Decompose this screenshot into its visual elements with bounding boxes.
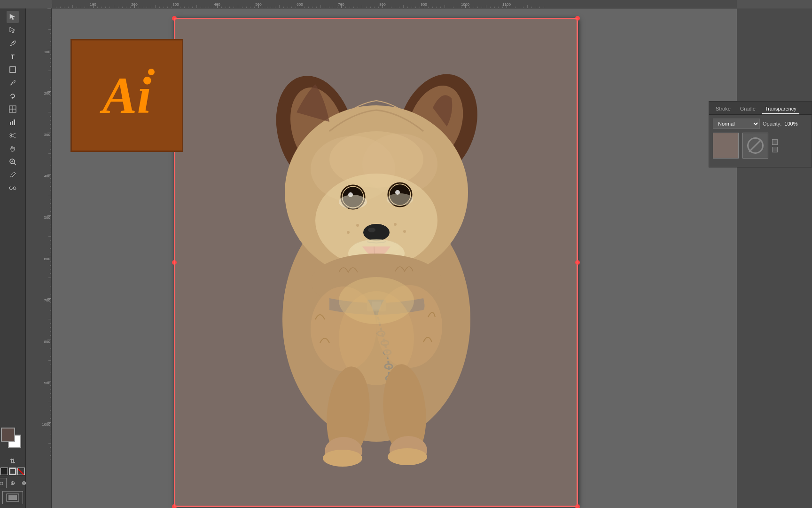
svg-point-64 xyxy=(323,450,362,467)
svg-point-44 xyxy=(363,224,390,241)
blend-mode-dropdown[interactable]: NormalMultiplyScreenOverlayDarkenLighten… xyxy=(713,119,760,129)
panel-tab-bar: Stroke Gradie Transparency xyxy=(709,102,812,115)
artboard-tool-bottom[interactable] xyxy=(2,491,23,504)
svg-point-41 xyxy=(347,231,350,234)
pencil-tool[interactable] xyxy=(7,77,19,89)
ai-logo-text: Ai xyxy=(102,66,151,126)
ai-logo-dot xyxy=(148,69,155,75)
invert-checkbox[interactable] xyxy=(772,147,778,152)
svg-point-38 xyxy=(339,195,367,209)
svg-line-13 xyxy=(14,163,16,165)
zoom-in-icon[interactable]: ⊕ xyxy=(8,478,18,488)
opacity-label: Opacity: xyxy=(763,121,781,127)
color-swatches xyxy=(1,428,24,453)
selection-tool[interactable] xyxy=(7,11,19,23)
canvas-area[interactable]: Ai xyxy=(52,8,737,508)
right-panel xyxy=(737,8,812,508)
rotate-tool[interactable] xyxy=(7,90,19,102)
eyedropper-tool[interactable] xyxy=(7,169,19,181)
none-box[interactable] xyxy=(17,468,25,475)
svg-point-45 xyxy=(368,228,375,232)
blend-mode-row: NormalMultiplyScreenOverlayDarkenLighten… xyxy=(713,119,808,129)
swap-colors[interactable]: ⇅ xyxy=(8,456,17,466)
handle-mr[interactable] xyxy=(575,260,580,265)
svg-point-0 xyxy=(13,41,15,43)
svg-point-8 xyxy=(10,134,12,135)
svg-rect-6 xyxy=(12,121,13,125)
top-ruler: 10020030040050060070080090010001100 xyxy=(52,0,737,8)
direct-selection-tool[interactable] xyxy=(7,24,19,36)
zoom-tool[interactable] xyxy=(7,156,19,168)
handle-br[interactable] xyxy=(575,504,580,508)
gradient-tab[interactable]: Gradie xyxy=(737,104,758,114)
transparency-panel: Stroke Gradie Transparency NormalMultipl… xyxy=(709,101,812,167)
opacity-value: 100% xyxy=(784,121,797,127)
layer-thumbnail[interactable] xyxy=(713,133,739,159)
svg-point-9 xyxy=(10,135,12,137)
left-toolbar: T xyxy=(0,8,26,508)
rectangle-tool[interactable] xyxy=(7,64,19,76)
no-mask-icon xyxy=(747,137,764,154)
clip-checkbox[interactable] xyxy=(772,139,778,145)
artboard[interactable] xyxy=(174,18,578,507)
v-ruler: 1002003004005006007008009001000 xyxy=(26,8,52,508)
type-tool[interactable]: T xyxy=(7,50,19,63)
chart-tool[interactable] xyxy=(7,116,19,128)
svg-point-65 xyxy=(388,448,427,465)
fill-box[interactable] xyxy=(0,468,8,475)
panel-body: NormalMultiplyScreenOverlayDarkenLighten… xyxy=(709,115,812,162)
hand-tool[interactable] xyxy=(7,143,19,155)
svg-rect-20 xyxy=(8,495,17,500)
svg-point-39 xyxy=(387,193,413,206)
svg-line-11 xyxy=(12,136,16,138)
svg-point-43 xyxy=(403,230,406,233)
svg-rect-5 xyxy=(10,122,11,125)
blend-tool[interactable] xyxy=(7,182,19,194)
mesh-tool[interactable] xyxy=(7,103,19,115)
svg-point-42 xyxy=(394,223,397,226)
ai-logo: Ai xyxy=(70,39,183,152)
handle-ml[interactable] xyxy=(172,260,177,265)
svg-line-10 xyxy=(12,133,16,135)
dog-illustration xyxy=(221,37,531,479)
svg-rect-1 xyxy=(10,67,16,72)
svg-point-16 xyxy=(9,187,12,190)
pen-tool[interactable] xyxy=(7,37,19,49)
scissors-tool[interactable] xyxy=(7,129,19,142)
thumbnail-row xyxy=(713,133,808,159)
svg-point-66 xyxy=(339,277,414,324)
stroke-box[interactable] xyxy=(9,468,16,475)
foreground-swatch[interactable] xyxy=(1,428,15,442)
svg-point-17 xyxy=(13,187,16,190)
svg-point-40 xyxy=(356,224,359,227)
handle-tr[interactable] xyxy=(575,16,580,21)
view-options: □ ⊕ ⊗ xyxy=(0,478,29,488)
handle-tl[interactable] xyxy=(172,16,177,21)
handle-bl[interactable] xyxy=(172,504,177,508)
transparency-tab[interactable]: Transparency xyxy=(762,104,799,114)
mask-thumbnail[interactable] xyxy=(742,133,768,159)
change-screen-mode[interactable]: □ xyxy=(0,478,7,488)
stroke-tab[interactable]: Stroke xyxy=(713,104,734,114)
svg-rect-7 xyxy=(14,119,15,125)
fill-stroke-options xyxy=(0,468,25,475)
